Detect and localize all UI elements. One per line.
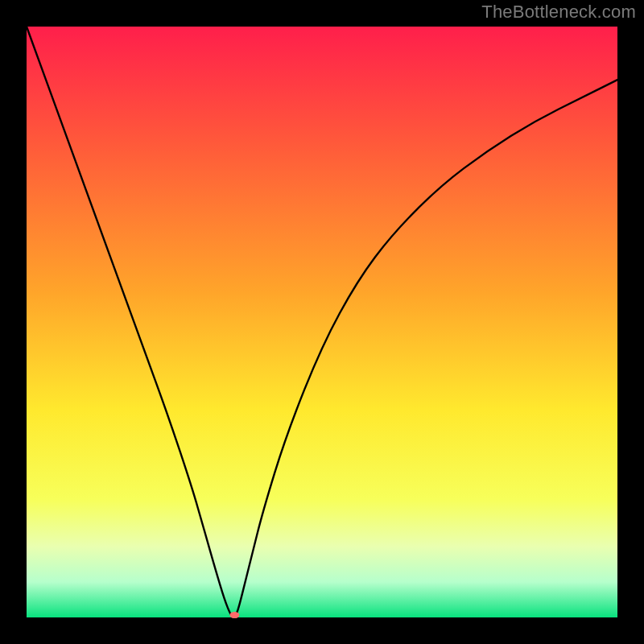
chart-background: [27, 27, 617, 617]
watermark-text: TheBottleneck.com: [481, 2, 636, 23]
chart-frame: TheBottleneck.com: [0, 0, 644, 644]
bottleneck-chart: [0, 0, 644, 644]
optimal-point-marker: [229, 612, 239, 618]
